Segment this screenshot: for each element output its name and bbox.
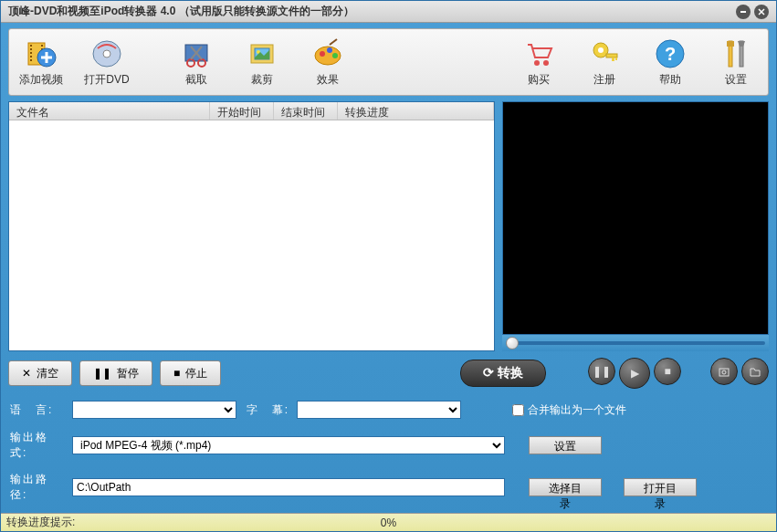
svg-text:?: ? <box>665 44 676 64</box>
format-select[interactable]: iPod MPEG-4 视频 (*.mp4) <box>72 436 505 454</box>
svg-point-29 <box>534 60 540 66</box>
col-filename[interactable]: 文件名 <box>9 102 210 120</box>
toolbar-label: 裁剪 <box>251 72 273 88</box>
merge-checkbox-wrap[interactable]: 合并输出为一个文件 <box>512 402 626 418</box>
window-title: 顶峰-DVD和视频至iPod转换器 4.0 （试用版只能转换源文件的一部分） <box>8 4 736 19</box>
media-play-button[interactable]: ▶ <box>619 358 650 389</box>
pause-button[interactable]: ❚❚暂停 <box>79 360 152 386</box>
app-window: 顶峰-DVD和视频至iPod转换器 4.0 （试用版只能转换源文件的一部分） 添… <box>0 0 777 532</box>
col-progress[interactable]: 转换进度 <box>338 102 494 120</box>
svg-rect-9 <box>41 45 43 47</box>
svg-line-28 <box>330 39 337 45</box>
svg-rect-34 <box>612 57 614 61</box>
toolbar: 添加视频 打开DVD 截取 裁剪 效果 <box>8 28 769 96</box>
x-icon: ✕ <box>22 367 31 380</box>
toolbar-label: 注册 <box>593 72 615 88</box>
file-list-header: 文件名 开始时间 结束时间 转换进度 <box>9 102 494 120</box>
crop-button[interactable]: 裁剪 <box>236 37 289 88</box>
language-select[interactable] <box>72 401 236 419</box>
stop-icon: ■ <box>173 367 180 380</box>
convert-button[interactable]: ⟳ 转换 <box>460 360 546 387</box>
toolbar-group-help: 购买 注册 ? 帮助 设置 <box>512 37 762 88</box>
merge-checkbox[interactable] <box>512 404 524 416</box>
browse-button[interactable]: 选择目录 <box>529 478 602 496</box>
window-controls <box>736 5 769 19</box>
svg-rect-8 <box>30 59 32 61</box>
col-start[interactable]: 开始时间 <box>210 102 274 120</box>
svg-rect-39 <box>727 41 734 47</box>
col-end[interactable]: 结束时间 <box>274 102 338 120</box>
statusbar: 转换进度提示: 0% <box>1 513 776 531</box>
control-bar: ✕清空 ❚❚暂停 ■停止 ⟳ 转换 ❚❚ ▶ ■ <box>8 359 769 388</box>
media-controls: ❚❚ ▶ ■ <box>588 358 769 389</box>
key-icon <box>588 37 621 70</box>
close-button[interactable] <box>754 5 769 19</box>
cart-icon <box>522 37 555 70</box>
output-form: 语 言: 字 幕: 合并输出为一个文件 输出格式: iPod MPEG-4 视频… <box>10 401 767 503</box>
help-button[interactable]: ? 帮助 <box>644 37 697 88</box>
svg-point-42 <box>722 370 726 374</box>
tools-icon <box>719 37 752 70</box>
add-video-icon <box>25 37 58 70</box>
svg-rect-33 <box>606 54 617 57</box>
svg-point-27 <box>332 53 338 58</box>
language-label: 语 言: <box>10 402 65 418</box>
help-icon: ? <box>654 37 687 70</box>
effect-button[interactable]: 效果 <box>301 37 354 88</box>
open-dir-button[interactable]: 打开目录 <box>624 478 697 496</box>
video-preview[interactable] <box>502 101 769 335</box>
settings-button[interactable]: 设置 <box>709 37 762 88</box>
media-stop-button[interactable]: ■ <box>654 358 681 385</box>
clear-button[interactable]: ✕清空 <box>8 360 72 386</box>
media-pause-button[interactable]: ❚❚ <box>588 358 615 385</box>
toolbar-group-file: 添加视频 打开DVD <box>15 37 133 88</box>
toolbar-label: 帮助 <box>659 72 681 88</box>
merge-label: 合并输出为一个文件 <box>528 402 626 418</box>
pause-icon: ❚❚ <box>93 367 111 380</box>
file-list-body[interactable] <box>9 120 494 350</box>
crop-icon <box>246 37 278 70</box>
toolbar-label: 设置 <box>725 72 747 88</box>
toolbar-label: 效果 <box>317 72 339 88</box>
svg-rect-5 <box>30 48 32 50</box>
minimize-button[interactable] <box>736 5 751 19</box>
svg-point-25 <box>320 51 325 57</box>
seek-slider[interactable] <box>502 335 769 351</box>
add-video-button[interactable]: 添加视频 <box>15 37 68 88</box>
open-dvd-button[interactable]: 打开DVD <box>80 37 133 88</box>
refresh-icon: ⟳ <box>483 365 494 380</box>
output-path-input[interactable] <box>72 478 505 496</box>
subtitle-select[interactable] <box>297 401 461 419</box>
capture-button[interactable]: 截取 <box>170 37 223 88</box>
svg-point-32 <box>598 47 604 53</box>
register-button[interactable]: 注册 <box>578 37 631 88</box>
titlebar: 顶峰-DVD和视频至iPod转换器 4.0 （试用版只能转换源文件的一部分） <box>1 1 776 23</box>
scissors-icon <box>180 37 213 70</box>
palette-icon <box>311 37 344 70</box>
svg-point-26 <box>327 47 332 53</box>
subtitle-label: 字 幕: <box>244 402 289 418</box>
svg-rect-4 <box>30 45 32 47</box>
svg-rect-41 <box>719 369 729 376</box>
path-label: 输出路径: <box>10 472 65 503</box>
toolbar-label: 添加视频 <box>19 72 63 88</box>
svg-point-15 <box>103 50 110 57</box>
status-label: 转换进度提示: <box>6 515 75 530</box>
format-label: 输出格式: <box>10 430 65 461</box>
svg-point-30 <box>543 60 549 66</box>
buy-button[interactable]: 购买 <box>512 37 565 88</box>
svg-rect-6 <box>30 52 32 54</box>
toolbar-label: 截取 <box>185 72 207 88</box>
toolbar-group-edit: 截取 裁剪 效果 <box>170 37 354 88</box>
toolbar-label: 打开DVD <box>84 72 129 88</box>
open-dvd-icon <box>90 37 123 70</box>
svg-rect-35 <box>615 57 617 60</box>
main-area: 文件名 开始时间 结束时间 转换进度 <box>8 101 769 351</box>
open-folder-button[interactable] <box>741 358 769 385</box>
svg-rect-7 <box>30 56 32 57</box>
format-settings-button[interactable]: 设置 <box>529 436 602 454</box>
stop-button[interactable]: ■停止 <box>160 360 221 386</box>
file-list[interactable]: 文件名 开始时间 结束时间 转换进度 <box>8 101 495 351</box>
slider-thumb[interactable] <box>506 337 519 349</box>
snapshot-button[interactable] <box>710 358 738 385</box>
